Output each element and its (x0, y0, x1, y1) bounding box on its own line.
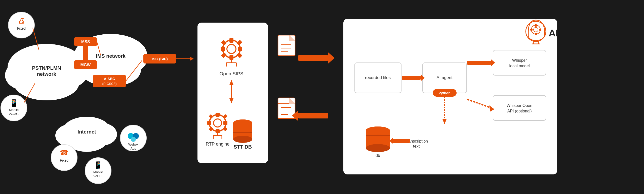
svg-text:IMS network: IMS network (96, 53, 126, 59)
svg-text:AI: AI (549, 28, 558, 38)
svg-point-16 (8, 12, 34, 38)
svg-text:text: text (413, 144, 420, 148)
svg-point-110 (526, 21, 546, 41)
svg-marker-70 (229, 98, 233, 103)
svg-rect-55 (229, 38, 233, 43)
svg-rect-113 (535, 24, 537, 27)
svg-text:MSS: MSS (81, 40, 90, 44)
svg-text:A-SBC: A-SBC (104, 77, 115, 81)
svg-rect-57 (221, 47, 225, 51)
svg-text:STT DB: STT DB (234, 144, 252, 150)
diagram-container: PSTN/PLMN network IMS network Internet 🖨… (0, 0, 644, 194)
svg-point-89 (233, 119, 252, 126)
svg-rect-123 (423, 63, 467, 93)
svg-point-136 (366, 126, 390, 135)
svg-text:Open SIPS: Open SIPS (219, 71, 243, 76)
svg-rect-59 (221, 40, 227, 46)
svg-line-44 (33, 28, 39, 50)
svg-rect-114 (535, 33, 537, 35)
svg-rect-115 (530, 29, 533, 31)
svg-text:Transcription: Transcription (405, 139, 428, 143)
svg-rect-41 (93, 75, 126, 87)
svg-marker-147 (489, 105, 494, 112)
svg-point-112 (534, 27, 538, 32)
svg-rect-36 (74, 37, 97, 46)
svg-rect-130 (493, 95, 546, 120)
svg-marker-50 (190, 57, 194, 61)
svg-rect-62 (237, 52, 243, 58)
svg-rect-60 (237, 40, 243, 46)
svg-point-4 (74, 34, 147, 77)
svg-rect-74 (216, 129, 220, 133)
svg-point-86 (233, 119, 252, 126)
svg-point-111 (531, 25, 540, 34)
svg-line-45 (24, 83, 35, 103)
svg-text:Python: Python (438, 91, 450, 95)
svg-marker-143 (421, 74, 425, 81)
svg-rect-80 (223, 127, 227, 131)
svg-point-5 (73, 48, 108, 75)
svg-text:RTP engine: RTP engine (206, 142, 229, 147)
svg-text:App: App (130, 147, 136, 150)
svg-point-133 (366, 126, 390, 135)
svg-text:(P-CSCF): (P-CSCF) (102, 82, 116, 86)
svg-point-31 (128, 133, 134, 139)
svg-rect-87 (233, 123, 252, 139)
svg-rect-75 (207, 121, 211, 125)
svg-rect-134 (366, 131, 390, 148)
svg-rect-56 (229, 55, 233, 60)
svg-rect-144 (467, 61, 491, 65)
svg-rect-77 (209, 114, 213, 119)
svg-point-23 (51, 145, 77, 171)
svg-rect-127 (493, 50, 546, 75)
svg-rect-40 (83, 46, 88, 60)
svg-rect-99 (278, 98, 295, 118)
svg-text:📱: 📱 (94, 161, 103, 169)
svg-rect-58 (238, 47, 242, 51)
svg-point-30 (120, 125, 146, 151)
svg-text:network: network (37, 71, 57, 77)
svg-text:Fixed: Fixed (17, 26, 26, 30)
svg-text:MGW: MGW (80, 63, 91, 67)
svg-text:AI agent: AI agent (436, 75, 453, 80)
svg-rect-107 (298, 113, 328, 118)
svg-text:PSTN/PLMN: PSTN/PLMN (32, 65, 61, 71)
svg-text:Whisper Open: Whisper Open (507, 103, 532, 108)
svg-rect-78 (223, 114, 227, 119)
svg-text:☎: ☎ (60, 149, 69, 157)
svg-text:ISC (SIP): ISC (SIP) (152, 57, 168, 61)
svg-point-7 (80, 54, 141, 87)
svg-text:local model: local model (509, 64, 530, 68)
svg-rect-105 (298, 55, 328, 61)
svg-marker-108 (292, 110, 298, 121)
svg-text:🖨: 🖨 (18, 17, 25, 25)
svg-text:📱: 📱 (10, 99, 18, 107)
svg-line-46 (97, 42, 101, 55)
svg-point-9 (55, 124, 86, 147)
svg-point-71 (209, 115, 226, 131)
svg-rect-76 (223, 121, 227, 125)
svg-marker-94 (289, 35, 295, 41)
svg-point-33 (131, 137, 136, 142)
svg-marker-149 (442, 119, 447, 124)
svg-marker-151 (389, 138, 393, 144)
svg-rect-150 (391, 139, 410, 143)
svg-point-54 (227, 44, 236, 53)
svg-text:VoLTE: VoLTE (93, 174, 103, 178)
svg-line-51 (126, 60, 142, 81)
svg-text:recorded files: recorded files (365, 75, 391, 80)
svg-rect-121 (355, 63, 401, 93)
svg-rect-125 (433, 89, 457, 97)
svg-text:db: db (376, 153, 380, 158)
svg-point-3 (14, 65, 79, 100)
svg-point-6 (109, 45, 147, 73)
svg-rect-73 (216, 113, 220, 117)
svg-point-11 (67, 129, 107, 152)
svg-text:Webex: Webex (128, 143, 139, 146)
svg-point-19 (1, 95, 27, 121)
svg-point-135 (366, 144, 390, 152)
svg-text:Mobile: Mobile (93, 170, 103, 174)
svg-rect-116 (539, 29, 541, 31)
svg-rect-47 (143, 54, 176, 63)
svg-text:Whisper: Whisper (512, 58, 527, 62)
